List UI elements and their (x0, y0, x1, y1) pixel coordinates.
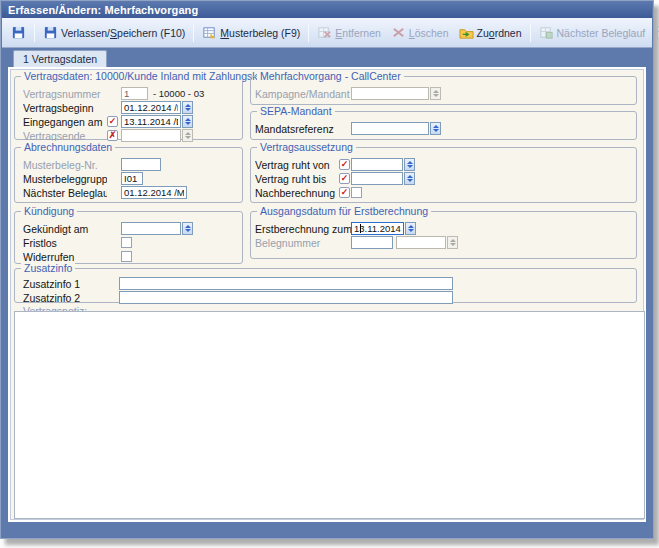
mandatsreferenz-input[interactable] (351, 122, 429, 135)
ruht-von-label: Vertrag ruht von (255, 159, 339, 171)
gekuendigt-input[interactable] (121, 222, 181, 235)
eingegangen-input[interactable] (121, 115, 181, 128)
musterbeleggruppe-input[interactable] (121, 172, 143, 185)
vertragsnummer-label: Vertragsnummer (23, 88, 107, 100)
reset-sheet-icon (655, 25, 659, 40)
app-window: Erfassen/Ändern: Mehrfachvorgang Verlass… (0, 0, 654, 539)
vertragsende-toggle-button[interactable]: ✗ (107, 130, 118, 141)
mandatsreferenz-spinner[interactable] (430, 122, 441, 135)
group-abrechnungsdaten-title: Abrechnungsdaten (21, 141, 115, 153)
content-panel: Vertragsdaten: 10000/Kunde Inland mit Za… (10, 69, 644, 520)
mandatsreferenz-row: Mandatsreferenz (251, 122, 636, 135)
ruht-bis-toggle-button[interactable]: ✓ (339, 173, 350, 184)
zuordnen-button[interactable]: Zuordnen (454, 22, 527, 44)
remove-grid-icon (317, 25, 332, 40)
ruht-bis-spinner[interactable] (404, 172, 415, 185)
group-aussetzung-title: Vertragsaussetzung (257, 141, 356, 153)
naechster-beleglauf-row: Nächster Beleglauf (15, 186, 242, 199)
belegnummer-input-2[interactable] (396, 236, 446, 249)
gekuendigt-spinner[interactable] (182, 222, 193, 235)
loeschen-button: Löschen (386, 22, 454, 44)
group-aussetzung: Vertragsaussetzung Vertrag ruht von ✓ Ve… (250, 147, 637, 203)
ruht-von-spinner[interactable] (404, 158, 415, 171)
fristlos-label: Fristlos (23, 237, 107, 249)
zusatzinfo2-label: Zusatzinfo 2 (23, 292, 119, 304)
erstberechnung-input[interactable] (351, 222, 404, 235)
belegnummer-input-1[interactable] (351, 236, 393, 249)
musterbeleggruppe-row: Musterbeleggruppe (15, 172, 242, 185)
toolbar-separator (308, 24, 309, 42)
ruht-von-input[interactable] (351, 158, 403, 171)
nachberechnung-label: Nachberechnung (255, 187, 339, 199)
group-ausgangsdatum-title: Ausgangsdatum für Erstberechnung (257, 205, 431, 217)
vertragsende-input[interactable] (121, 129, 181, 142)
entfernen-label: Entfernen (335, 27, 381, 39)
kampagne-label: Kampagne/Mandant (255, 88, 351, 100)
fristlos-checkbox[interactable] (121, 237, 132, 248)
group-sepa: SEPA-Mandant Mandatsreferenz (250, 111, 637, 140)
musterbeleg-nr-input[interactable] (121, 158, 161, 171)
tab-vertragsdaten[interactable]: 1 Vertragsdaten (13, 50, 107, 67)
erstberechnung-zuruecksetzen-button: Erstberechnung zurücksetzen (650, 22, 659, 44)
group-sepa-title: SEPA-Mandant (257, 105, 335, 117)
verlassen-speichern-label: Verlassen/Speichern (F10) (61, 27, 185, 39)
check-icon: ✓ (341, 160, 349, 169)
vertragsende-spinner (182, 129, 193, 142)
content-frame: Vertragsdaten: 10000/Kunde Inland mit Za… (8, 67, 646, 522)
ruht-bis-input[interactable] (351, 172, 403, 185)
loeschen-label: Löschen (409, 27, 449, 39)
ruht-bis-row: Vertrag ruht bis ✓ (251, 172, 636, 185)
toolbar: Verlassen/Speichern (F10) Musterbeleg (F… (2, 18, 652, 48)
group-callcenter: Mehrfachvorgang - CallCenter Kampagne/Ma… (250, 76, 637, 105)
zusatzinfo2-input[interactable] (119, 291, 453, 304)
naechster-beleglauf-label: Nächster Beleglauf (557, 27, 646, 39)
screen: Erfassen/Ändern: Mehrfachvorgang Verlass… (0, 0, 659, 548)
erstberechnung-label: Erstberechnung zum (255, 223, 351, 235)
save-icon (11, 25, 26, 40)
eingegangen-spinner[interactable] (182, 115, 193, 128)
vertragsnummer-input[interactable] (121, 87, 148, 100)
musterbeleg-label: Musterbeleg (F9) (220, 27, 300, 39)
musterbeleg-button[interactable]: Musterbeleg (F9) (197, 22, 305, 44)
nachberechnung-toggle-button[interactable]: ✓ (339, 187, 350, 198)
naechster-beleglauf-button: Nächster Beleglauf (534, 22, 651, 44)
toolbar-separator (530, 24, 531, 42)
tab-vertragsdaten-label: 1 Vertragsdaten (23, 53, 97, 65)
group-kuendigung-title: Kündigung (21, 205, 77, 217)
eingegangen-toggle-button[interactable]: ✓ (107, 116, 118, 127)
fristlos-row: Fristlos (15, 236, 242, 249)
delete-x-icon (391, 25, 406, 40)
vertragsbeginn-spinner[interactable] (182, 101, 193, 114)
belegnummer-row: Belegnummer (251, 236, 636, 249)
check-icon: ✓ (109, 117, 117, 126)
group-ausgangsdatum: Ausgangsdatum für Erstberechnung Erstber… (250, 211, 637, 259)
verlassen-speichern-button[interactable]: Verlassen/Speichern (F10) (38, 22, 190, 44)
vertragsnummer-suffix: - 10000 - 03 (153, 88, 204, 99)
vertragsbeginn-input[interactable] (121, 101, 181, 114)
erstberechnung-spinner[interactable] (405, 222, 416, 235)
group-callcenter-title: Mehrfachvorgang - CallCenter (257, 70, 404, 82)
title-bar: Erfassen/Ändern: Mehrfachvorgang (2, 2, 652, 18)
eingegangen-row: Eingegangen am ✓ (15, 115, 242, 128)
naechster-beleglauf-input[interactable] (121, 186, 187, 199)
vertragsbeginn-row: Vertragsbeginn (15, 101, 242, 114)
ruht-von-toggle-button[interactable]: ✓ (339, 159, 350, 170)
check-icon: ✓ (341, 188, 349, 197)
gekuendigt-row: Gekündigt am (15, 222, 242, 235)
zusatzinfo1-input[interactable] (119, 277, 453, 290)
kampagne-input[interactable] (351, 87, 429, 100)
folder-assign-icon (459, 25, 474, 40)
vertragsnotiz-textarea[interactable] (14, 311, 645, 519)
next-run-grid-icon (539, 25, 554, 40)
save-button[interactable] (6, 22, 31, 44)
vertragsnummer-row: Vertragsnummer - 10000 - 03 (15, 87, 242, 100)
musterbeleg-nr-row: Musterbeleg-Nr. (15, 158, 242, 171)
nachberechnung-row: Nachberechnung ✓ (251, 186, 636, 199)
form-pencil-icon (202, 25, 217, 40)
widerrufen-checkbox[interactable] (121, 251, 132, 262)
cross-icon: ✗ (109, 131, 117, 140)
nachberechnung-checkbox[interactable] (351, 187, 362, 198)
belegnummer-label: Belegnummer (255, 237, 351, 249)
toolbar-separator (34, 24, 35, 42)
entfernen-button: Entfernen (312, 22, 386, 44)
